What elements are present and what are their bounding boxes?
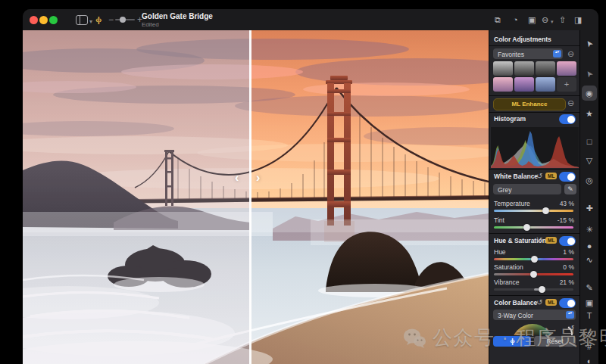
photo-editor-window: ▾ ‹|› − + Golden Gate Bridge Edited ⧉ ◔ … bbox=[23, 9, 598, 364]
histogram-toggle[interactable] bbox=[559, 114, 576, 124]
burn-tool-icon: ● bbox=[587, 238, 592, 254]
pointer-tool-icon: ➤ bbox=[581, 36, 598, 51]
hue-label: Hue bbox=[494, 248, 506, 256]
vibrance-label: Vibrance bbox=[494, 278, 519, 286]
smudge-tool-icon: ∿ bbox=[586, 252, 592, 267]
color-adjustments-tool-icon: ◉ bbox=[586, 86, 593, 101]
saturation-value: 0 % bbox=[563, 263, 574, 271]
pen-tool-icon: ✎ bbox=[586, 280, 592, 295]
share-icon[interactable]: ⇧ bbox=[559, 14, 566, 26]
history-icon[interactable]: ◔ bbox=[513, 14, 518, 26]
compare-divider[interactable] bbox=[249, 30, 251, 364]
sidebar-toggle-icon[interactable] bbox=[76, 15, 88, 25]
edit-icon[interactable]: ▣ bbox=[528, 14, 536, 26]
hue-saturation-ml-badge[interactable]: ML bbox=[545, 237, 557, 244]
close-button[interactable] bbox=[30, 16, 38, 24]
dodge-tool[interactable]: ✳ bbox=[582, 222, 597, 237]
compare-right-chevron-icon[interactable]: › bbox=[256, 171, 260, 185]
temperature-value: 43 % bbox=[560, 200, 574, 207]
vibrance-slider[interactable] bbox=[494, 288, 573, 291]
panel-title: Color Adjustments bbox=[494, 36, 551, 43]
saturation-label: Saturation bbox=[494, 263, 523, 271]
zoom-window-button[interactable] bbox=[49, 16, 58, 24]
color-swatch-tool-icon: ◐ bbox=[587, 353, 592, 364]
favorites-dropdown[interactable]: Favorites ▴▾ bbox=[493, 48, 563, 59]
histogram-label: Histogram bbox=[494, 115, 526, 123]
hue-slider[interactable] bbox=[494, 258, 573, 260]
chevron-down-icon[interactable]: ▾ bbox=[89, 16, 92, 28]
pen-tool[interactable]: ✎ bbox=[582, 280, 597, 295]
titlebar: ▾ ‹|› − + Golden Gate Bridge Edited ⧉ ◔ … bbox=[23, 9, 598, 31]
preset-bw-2[interactable] bbox=[514, 61, 534, 76]
tint-slider[interactable] bbox=[494, 226, 573, 229]
zoom-slider-thumb[interactable] bbox=[120, 17, 126, 23]
minimize-button[interactable] bbox=[39, 16, 48, 24]
saturation-slider[interactable] bbox=[494, 273, 573, 275]
preset-bw-1[interactable] bbox=[493, 61, 513, 76]
free-select-tool-icon: ▽ bbox=[586, 153, 592, 168]
photo-canvas: ‹ › bbox=[23, 30, 489, 364]
photo-before-view bbox=[23, 30, 251, 364]
color-select-tool[interactable]: ◎ bbox=[582, 173, 597, 188]
effects-tool-icon: ★ bbox=[586, 106, 593, 121]
tint-label: Tint bbox=[494, 216, 504, 224]
preset-sunset-pink[interactable] bbox=[557, 61, 576, 76]
hue-saturation-reset-icon[interactable]: ↺ bbox=[536, 236, 542, 244]
zoom-menu-icon[interactable]: ⊖ bbox=[542, 14, 548, 26]
pointer-tool[interactable]: ➤ bbox=[582, 36, 597, 51]
repair-tool[interactable]: ✚ bbox=[582, 201, 597, 216]
arrange-tool[interactable]: ➤ bbox=[582, 67, 597, 82]
histogram-graph bbox=[491, 127, 579, 168]
add-preset-button[interactable]: + bbox=[557, 77, 576, 92]
preset-pink[interactable] bbox=[493, 77, 513, 92]
tint-slider-thumb[interactable] bbox=[523, 224, 530, 231]
temperature-label: Temperature bbox=[494, 200, 530, 207]
white-balance-mode-dropdown[interactable]: Grey bbox=[493, 184, 561, 194]
watermark-text: 公众号 · 程序员黎明 bbox=[433, 325, 606, 351]
zoom-out-icon[interactable]: − bbox=[108, 14, 114, 26]
screen: ▾ ‹|› − + Golden Gate Bridge Edited ⧉ ◔ … bbox=[0, 0, 606, 364]
ml-enhance-button[interactable]: ML Enhance bbox=[493, 98, 566, 110]
remove-ml-enhance-icon[interactable]: ⊖ bbox=[567, 98, 574, 108]
tool-sidebar: ➤➤◉★□▽◎✚✳●∿✎▣T⌕#◐ bbox=[579, 30, 598, 364]
hue-slider-thumb[interactable] bbox=[531, 256, 538, 263]
color-balance-reset-icon[interactable]: ↺ bbox=[536, 298, 542, 306]
dodge-tool-icon: ✳ bbox=[586, 222, 592, 237]
preset-purple[interactable] bbox=[514, 77, 534, 92]
wechat-icon bbox=[402, 327, 426, 350]
remove-favorite-icon[interactable]: ⊖ bbox=[567, 49, 574, 59]
document-title: Golden Gate Bridge bbox=[142, 12, 213, 20]
burn-tool[interactable]: ● bbox=[582, 238, 597, 254]
three-way-color-dropdown[interactable]: 3-Way Color ▴▾ bbox=[493, 310, 576, 320]
preset-bw-3[interactable] bbox=[536, 61, 555, 76]
color-adjustments-tool[interactable]: ◉ bbox=[582, 86, 597, 101]
white-balance-ml-badge[interactable]: ML bbox=[545, 173, 557, 179]
panel-toggle-icon[interactable]: ◨ bbox=[574, 14, 582, 26]
document-status: Edited bbox=[142, 21, 159, 28]
color-swatch-tool[interactable]: ◐ bbox=[582, 353, 597, 364]
white-balance-toggle[interactable] bbox=[559, 172, 576, 182]
saturation-slider-thumb[interactable] bbox=[530, 271, 537, 278]
color-balance-ml-badge[interactable]: ML bbox=[545, 299, 557, 306]
temperature-slider-thumb[interactable] bbox=[542, 207, 549, 214]
temperature-slider[interactable] bbox=[494, 210, 573, 212]
duplicate-icon[interactable]: ⧉ bbox=[495, 14, 501, 26]
zoom-slider[interactable] bbox=[115, 19, 135, 20]
zoom-menu-chevron-icon[interactable]: ▾ bbox=[551, 16, 554, 28]
popup-chevrons-icon: ▴▾ bbox=[553, 50, 561, 58]
eyedropper-icon[interactable]: ✎ bbox=[564, 184, 576, 194]
vibrance-slider-thumb[interactable] bbox=[539, 286, 545, 293]
free-select-tool[interactable]: ▽ bbox=[582, 153, 597, 168]
compare-view-icon[interactable]: ‹|› bbox=[95, 14, 101, 26]
rect-select-tool-icon: □ bbox=[587, 134, 592, 149]
text-tool[interactable]: T bbox=[582, 308, 597, 323]
effects-tool[interactable]: ★ bbox=[582, 106, 597, 121]
compare-left-chevron-icon[interactable]: ‹ bbox=[235, 171, 239, 185]
rect-select-tool[interactable]: □ bbox=[582, 134, 597, 149]
color-balance-toggle[interactable] bbox=[559, 298, 576, 308]
white-balance-reset-icon[interactable]: ↺ bbox=[536, 172, 542, 180]
preset-blue[interactable] bbox=[536, 77, 555, 92]
vibrance-value: 21 % bbox=[560, 278, 574, 286]
smudge-tool[interactable]: ∿ bbox=[582, 252, 597, 267]
hue-saturation-toggle[interactable] bbox=[559, 236, 576, 246]
